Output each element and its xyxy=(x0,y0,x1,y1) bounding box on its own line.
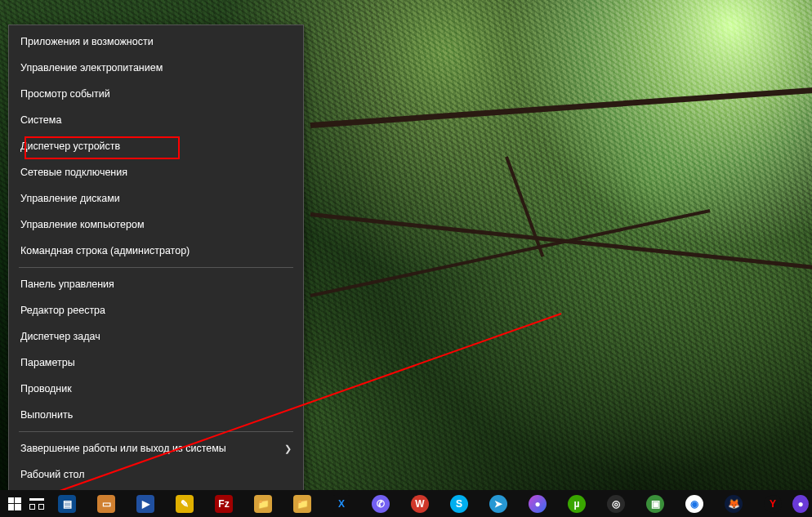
menu-item-power-options[interactable]: Управление электропитанием xyxy=(9,55,303,81)
menu-item-label: Выполнить xyxy=(20,409,73,421)
filezilla-icon: Fz xyxy=(215,495,233,513)
menu-item-event-viewer[interactable]: Просмотр событий xyxy=(9,81,303,107)
winx-context-menu: Приложения и возможности Управление элек… xyxy=(8,25,304,492)
menu-separator xyxy=(19,431,293,432)
menu-item-shutdown-signout[interactable]: Завершение работы или выход из системы ❯ xyxy=(9,435,303,461)
menu-item-label: Просмотр событий xyxy=(20,88,110,100)
app-purple-edge-icon: ● xyxy=(792,495,809,513)
taskbar-app-firefox[interactable]: 🦊 xyxy=(714,490,753,517)
menu-item-disk-management[interactable]: Управление дисками xyxy=(9,185,303,212)
taskbar-app-app-movie[interactable]: ▶ xyxy=(126,490,165,517)
menu-item-desktop[interactable]: Рабочий стол xyxy=(9,461,303,488)
menu-item-network-connections[interactable]: Сетевые подключения xyxy=(9,159,303,185)
app-notes-icon: ✎ xyxy=(176,495,194,513)
wps-office-icon: W xyxy=(411,495,429,513)
telegram-icon: ➤ xyxy=(489,495,507,513)
xsplit-icon: X xyxy=(332,495,350,513)
menu-item-label: Система xyxy=(20,114,61,126)
taskbar-app-app-blue-1[interactable]: ▤ xyxy=(47,490,87,517)
menu-item-label: Управление компьютером xyxy=(20,219,145,230)
taskbar-app-obs-studio[interactable]: ◎ xyxy=(596,490,636,517)
obs-studio-icon: ◎ xyxy=(607,495,625,513)
menu-item-registry-editor[interactable]: Редактор реестра xyxy=(9,297,303,323)
taskbar-app-telegram[interactable]: ➤ xyxy=(479,490,518,517)
yandex-browser-icon: Y xyxy=(764,495,782,513)
folder-1-icon: 📁 xyxy=(254,495,272,513)
menu-item-apps-and-features[interactable]: Приложения и возможности xyxy=(9,29,303,55)
skype-icon: S xyxy=(450,495,468,513)
menu-item-explorer[interactable]: Проводник xyxy=(9,376,303,402)
menu-item-computer-management[interactable]: Управление компьютером xyxy=(9,212,303,238)
menu-item-label: Сетевые подключения xyxy=(20,167,127,178)
folder-2-icon: 📁 xyxy=(293,495,311,513)
menu-item-control-panel[interactable]: Панель управления xyxy=(9,271,303,297)
menu-item-label: Командная строка (администратор) xyxy=(20,245,190,256)
app-blue-1-icon: ▤ xyxy=(58,495,76,513)
menu-item-label: Завершение работы или выход из системы xyxy=(20,443,226,454)
menu-item-label: Диспетчер устройств xyxy=(20,140,120,152)
taskbar: ▤▭▶✎Fz📁📁X✆WS➤●µ◎▣◉🦊Y● xyxy=(0,490,812,517)
menu-item-label: Диспетчер задач xyxy=(20,331,100,342)
app-gradient-icon: ● xyxy=(529,495,547,513)
taskbar-app-yandex-browser[interactable]: Y xyxy=(753,490,792,517)
taskbar-app-camtasia[interactable]: ▣ xyxy=(636,490,675,517)
menu-item-label: Параметры xyxy=(20,357,75,368)
taskbar-app-folder-2[interactable]: 📁 xyxy=(283,490,322,517)
menu-separator xyxy=(19,267,293,268)
menu-item-label: Проводник xyxy=(20,383,72,394)
start-button[interactable] xyxy=(3,490,25,517)
menu-item-label: Приложения и возможности xyxy=(20,36,154,47)
menu-item-task-manager[interactable]: Диспетчер задач xyxy=(9,323,303,350)
menu-item-command-prompt-admin[interactable]: Командная строка (администратор) xyxy=(9,238,303,264)
menu-item-label: Рабочий стол xyxy=(20,469,84,480)
menu-item-label: Управление электропитанием xyxy=(20,62,163,74)
firefox-icon: 🦊 xyxy=(725,495,743,513)
taskbar-app-app-purple-edge[interactable]: ● xyxy=(792,490,809,517)
menu-item-run[interactable]: Выполнить xyxy=(9,402,303,428)
app-movie-icon: ▶ xyxy=(136,495,154,513)
task-view-button[interactable] xyxy=(25,490,47,517)
menu-item-label: Редактор реестра xyxy=(20,305,105,316)
menu-item-system[interactable]: Система xyxy=(9,107,303,133)
windows-logo-icon xyxy=(8,497,21,510)
taskbar-app-xsplit[interactable]: X xyxy=(322,490,361,517)
taskbar-app-viber[interactable]: ✆ xyxy=(361,490,400,517)
menu-item-label: Панель управления xyxy=(20,279,114,290)
taskbar-app-app-gradient[interactable]: ● xyxy=(518,490,557,517)
menu-item-settings[interactable]: Параметры xyxy=(9,350,303,376)
menu-item-label: Управление дисками xyxy=(20,193,120,204)
chrome-icon: ◉ xyxy=(685,495,703,513)
utorrent-icon: µ xyxy=(568,495,586,513)
task-view-icon xyxy=(29,498,44,510)
viber-icon: ✆ xyxy=(372,495,390,513)
taskbar-app-app-notes[interactable]: ✎ xyxy=(165,490,204,517)
app-orange-doc-icon: ▭ xyxy=(97,495,115,513)
taskbar-app-skype[interactable]: S xyxy=(439,490,479,517)
menu-item-device-manager[interactable]: Диспетчер устройств xyxy=(9,133,303,159)
taskbar-app-utorrent[interactable]: µ xyxy=(557,490,596,517)
taskbar-app-app-orange-doc[interactable]: ▭ xyxy=(87,490,126,517)
taskbar-app-folder-1[interactable]: 📁 xyxy=(243,490,283,517)
taskbar-app-filezilla[interactable]: Fz xyxy=(204,490,243,517)
camtasia-icon: ▣ xyxy=(646,495,664,513)
taskbar-app-wps-office[interactable]: W xyxy=(400,490,439,517)
taskbar-app-chrome[interactable]: ◉ xyxy=(675,490,714,517)
chevron-right-icon: ❯ xyxy=(284,443,292,454)
